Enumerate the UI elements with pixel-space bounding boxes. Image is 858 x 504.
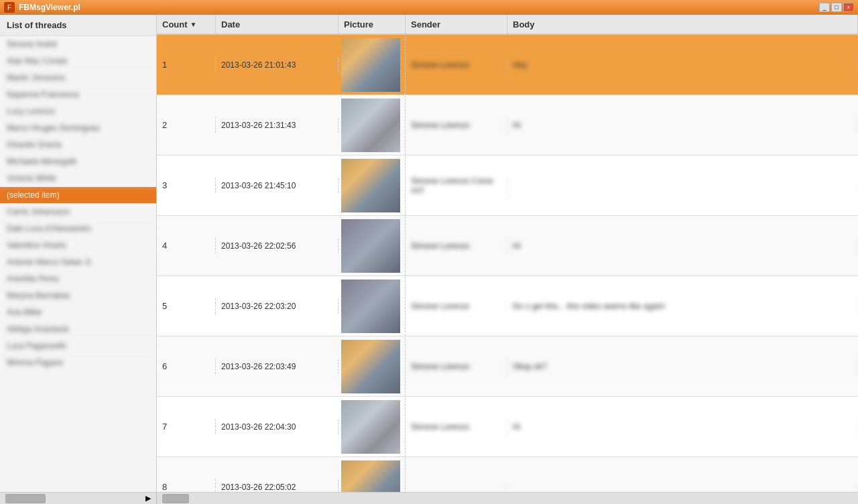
cell-count: 1 <box>157 57 216 72</box>
sidebar-item[interactable]: Antonio Marco Galan Jr. <box>0 254 156 271</box>
content-scrollbar[interactable] <box>162 494 189 503</box>
table-row[interactable]: 2 2013-03-26 21:31:43 Simone Lorenzo Hi <box>157 95 858 155</box>
cell-count: 7 <box>157 419 216 434</box>
sidebar-item[interactable]: Luca Paganuello <box>0 338 156 355</box>
sidebar-items-container: Simone AndréAlan Mac ConalsMartin Jonsso… <box>0 36 156 371</box>
cell-sender: Simone Lorenzo Come on!! <box>406 174 507 198</box>
cell-count: 8 <box>157 479 216 492</box>
table-row[interactable]: 8 2013-03-26 22:05:02 <box>157 457 858 492</box>
cell-picture <box>339 458 406 493</box>
cell-sender: Simone Lorenzo <box>406 239 507 253</box>
cell-body: Hi <box>507 420 858 434</box>
window-controls[interactable]: _ □ × <box>819 3 854 12</box>
cell-date: 2013-03-26 22:03:49 <box>216 359 339 374</box>
sort-arrow-icon: ▼ <box>190 21 197 28</box>
cell-count: 2 <box>157 117 216 133</box>
sidebar-item[interactable]: Lucy Lorenzo <box>0 103 156 120</box>
sidebar-item[interactable]: Alan Mac Conals <box>0 53 156 70</box>
sidebar-item[interactable]: Antoñita Perez <box>0 271 156 288</box>
main-layout: List of threads Simone AndréAlan Mac Con… <box>0 15 858 492</box>
table-row[interactable]: 6 2013-03-26 22:03:49 Simone Lorenzo Oka… <box>157 336 858 397</box>
table-row[interactable]: 5 2013-03-26 22:03:20 Simone Lorenzo Do … <box>157 276 858 336</box>
sidebar-item[interactable]: Dale Luca d'Alessandro <box>0 220 156 237</box>
sidebar-scrollbar[interactable] <box>5 494 46 503</box>
message-image <box>341 279 400 333</box>
cell-count: 4 <box>157 238 216 253</box>
cell-picture <box>339 337 406 396</box>
cell-picture <box>339 216 406 275</box>
app-icon: F <box>4 2 15 13</box>
cell-picture <box>339 277 406 336</box>
cell-count: 6 <box>157 359 216 374</box>
window-title: FBMsgViewer.pl <box>19 3 815 12</box>
table-row[interactable]: 3 2013-03-26 21:45:10 Simone Lorenzo Com… <box>157 155 858 216</box>
cell-picture <box>339 156 406 215</box>
content-area: Count ▼ Date Picture Sender Body 1 2013-… <box>157 15 858 492</box>
sidebar-item[interactable]: Marco Hruges Dominguez <box>0 120 156 137</box>
message-image <box>341 38 400 92</box>
cell-sender: Simone Lorenzo <box>406 420 507 434</box>
cell-date: 2013-03-26 22:04:30 <box>216 420 339 434</box>
sidebar-item[interactable]: Abbiga Anastasia <box>0 321 156 338</box>
cell-body: Hi <box>507 118 858 133</box>
sidebar-item[interactable]: (selected item) <box>0 187 156 204</box>
sidebar-item[interactable]: Carrie Johansson <box>0 204 156 220</box>
cell-body: Okay ok? <box>507 359 858 374</box>
table-header: Count ▼ Date Picture Sender Body <box>157 15 858 35</box>
cell-body: Hi <box>507 239 858 253</box>
message-image <box>341 400 400 454</box>
sidebar-item[interactable]: Nayanna Francesca <box>0 86 156 103</box>
cell-sender: Simone Lorenzo <box>406 58 507 72</box>
sidebar-item[interactable]: Victoria White <box>0 170 156 187</box>
sidebar-item[interactable]: Orlando Gracia <box>0 137 156 153</box>
table-body: 1 2013-03-26 21:01:43 Simone Lorenzo Hey… <box>157 35 858 492</box>
sidebar-item[interactable]: Simone André <box>0 36 156 53</box>
message-image <box>341 219 400 273</box>
message-image <box>341 159 400 212</box>
sidebar-item[interactable]: Maryna Barnabas <box>0 288 156 304</box>
maximize-button[interactable]: □ <box>831 3 842 12</box>
sidebar-item[interactable]: Michaela Menegatti <box>0 153 156 170</box>
cell-body: Do u get this... this video seems like a… <box>507 299 858 314</box>
sidebar-scroll-right: ▶ <box>145 494 151 503</box>
cell-date: 2013-03-26 22:05:02 <box>216 480 339 493</box>
sidebar-item[interactable]: Aria Miller <box>0 304 156 321</box>
cell-picture <box>339 397 406 456</box>
message-image <box>341 460 400 493</box>
th-date[interactable]: Date <box>216 15 339 34</box>
sidebar-item[interactable]: Mimma Pagano <box>0 355 156 371</box>
cell-date: 2013-03-26 22:02:56 <box>216 239 339 253</box>
cell-sender: Simone Lorenzo <box>406 299 507 314</box>
table-row[interactable]: 1 2013-03-26 21:01:43 Simone Lorenzo Hey <box>157 35 858 95</box>
message-image <box>341 99 400 152</box>
close-button[interactable]: × <box>843 3 854 12</box>
cell-count: 5 <box>157 298 216 314</box>
cell-count: 3 <box>157 178 216 193</box>
th-count[interactable]: Count ▼ <box>157 15 216 34</box>
th-sender[interactable]: Sender <box>406 15 507 34</box>
th-picture[interactable]: Picture <box>339 15 406 34</box>
cell-picture <box>339 36 406 94</box>
sidebar-header: List of threads <box>0 15 156 36</box>
sidebar-item[interactable]: Martin Jonssons <box>0 70 156 86</box>
cell-sender: Simone Lorenzo <box>406 359 507 374</box>
minimize-button[interactable]: _ <box>819 3 830 12</box>
cell-date: 2013-03-26 21:45:10 <box>216 178 339 193</box>
cell-date: 2013-03-26 21:01:43 <box>216 58 339 72</box>
table-row[interactable]: 4 2013-03-26 22:02:56 Simone Lorenzo Hi <box>157 216 858 276</box>
cell-date: 2013-03-26 22:03:20 <box>216 299 339 314</box>
th-body[interactable]: Body <box>507 15 858 34</box>
cell-body: Hey <box>507 58 858 72</box>
cell-date: 2013-03-26 21:31:43 <box>216 118 339 133</box>
table-row[interactable]: 7 2013-03-26 22:04:30 Simone Lorenzo Hi <box>157 397 858 457</box>
cell-picture <box>339 96 406 155</box>
cell-sender <box>406 485 507 490</box>
cell-sender: Simone Lorenzo <box>406 118 507 133</box>
sidebar: List of threads Simone AndréAlan Mac Con… <box>0 15 157 492</box>
message-image <box>341 340 400 393</box>
sidebar-item[interactable]: Valentina Vivario <box>0 237 156 254</box>
cell-body <box>507 183 858 188</box>
status-bar: ▶ <box>0 492 858 504</box>
cell-body <box>507 485 858 490</box>
title-bar: F FBMsgViewer.pl _ □ × <box>0 0 858 15</box>
